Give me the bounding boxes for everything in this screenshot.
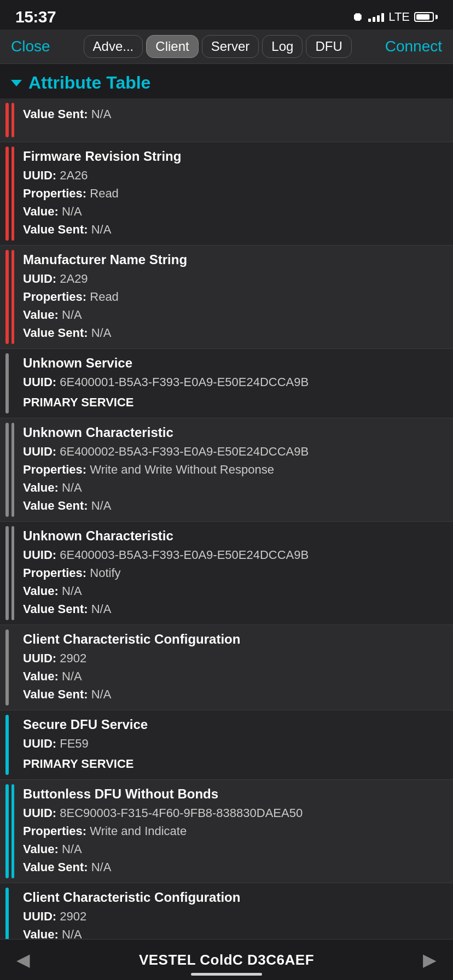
list-item[interactable]: Manufacturer Name StringUUID: 2A29Proper… [0,246,453,349]
attr-name: Firmware Revision String [23,149,444,164]
attr-content: Unknown CharacteristicUUID: 6E400002-B5A… [20,418,453,521]
attr-line: Properties: Write and Write Without Resp… [23,460,444,479]
attr-line: Value: N/A [23,306,444,324]
attr-line: UUID: 8EC90003-F315-4F60-9FB8-838830DAEA… [23,804,444,822]
attr-line: Properties: Read [23,184,444,202]
attr-line: Value Sent: N/A [23,105,444,123]
attr-line: UUID: 6E400001-B5A3-F393-E0A9-E50E24DCCA… [23,373,444,391]
attr-content: Firmware Revision StringUUID: 2A26Proper… [20,142,453,245]
attr-line: Value: N/A [23,667,444,685]
attr-line: Value: N/A [23,840,444,858]
list-item[interactable]: Buttonless DFU Without BondsUUID: 8EC900… [0,780,453,883]
next-button[interactable]: ▶ [423,949,437,970]
color-bars [0,625,20,710]
attr-name: Manufacturer Name String [23,252,444,267]
home-indicator [191,973,262,976]
attr-line: UUID: 2A29 [23,270,444,288]
attr-content: Value Sent: N/A [20,98,453,142]
attr-name: Unknown Characteristic [23,425,444,440]
color-bars [0,522,20,625]
attr-content: Manufacturer Name StringUUID: 2A29Proper… [20,246,453,348]
attr-line: UUID: 2902 [23,649,444,667]
attr-line: Properties: Notify [23,564,444,582]
section-header[interactable]: Attribute Table [0,64,453,98]
attr-name: Buttonless DFU Without Bonds [23,786,444,802]
attr-name: Unknown Characteristic [23,528,444,544]
attr-line: Value Sent: N/A [23,600,444,618]
nav-bar: Close Adve... Client Server Log DFU Conn… [0,30,453,64]
list-item[interactable]: Value Sent: N/A [0,98,453,142]
status-bar: 15:37 ⏺ LTE [0,0,453,30]
list-item[interactable]: Secure DFU ServiceUUID: FE59PRIMARY SERV… [0,710,453,780]
device-name: VESTEL ColdC D3C6AEF [139,952,314,969]
attr-name: Unknown Service [23,355,444,371]
status-time: 15:37 [15,8,56,26]
attr-line: UUID: 6E400002-B5A3-F393-E0A9-E50E24DCCA… [23,442,444,460]
color-bars [0,710,20,779]
attr-line: Value Sent: N/A [23,858,444,876]
color-bars [0,418,20,521]
chevron-down-icon [11,80,22,86]
section-title: Attribute Table [28,73,150,93]
attr-content: Buttonless DFU Without BondsUUID: 8EC900… [20,780,453,883]
prev-button[interactable]: ◀ [16,949,30,970]
attr-line: UUID: 2902 [23,907,444,925]
list-item[interactable]: Firmware Revision StringUUID: 2A26Proper… [0,142,453,246]
attr-line: Value: N/A [23,582,444,600]
tab-dfu[interactable]: DFU [306,35,351,58]
attr-line: UUID: 2A26 [23,166,444,184]
list-item[interactable]: Unknown CharacteristicUUID: 6E400002-B5A… [0,418,453,522]
color-bars [0,98,20,142]
attr-content: Client Characteristic ConfigurationUUID:… [20,625,453,710]
attr-line: Value Sent: N/A [23,497,444,515]
attr-name: Client Characteristic Configuration [23,890,444,905]
tab-adve[interactable]: Adve... [84,35,143,58]
attr-line: Value Sent: N/A [23,685,444,703]
list-item[interactable]: Client Characteristic ConfigurationUUID:… [0,625,453,710]
attr-line: UUID: 6E400003-B5A3-F393-E0A9-E50E24DCCA… [23,546,444,564]
attr-primary-service: PRIMARY SERVICE [23,755,444,773]
attribute-list: Value Sent: N/AFirmware Revision StringU… [0,98,453,980]
color-bars [0,142,20,245]
attr-content: Secure DFU ServiceUUID: FE59PRIMARY SERV… [20,710,453,779]
attr-line: Value Sent: N/A [23,324,444,342]
connect-button[interactable]: Connect [385,38,442,55]
tab-server[interactable]: Server [202,35,259,58]
attr-line: UUID: FE59 [23,734,444,752]
lte-label: LTE [388,10,410,24]
attr-name: Client Characteristic Configuration [23,632,444,647]
color-bars [0,780,20,883]
attr-content: Unknown CharacteristicUUID: 6E400003-B5A… [20,522,453,625]
tab-log[interactable]: Log [262,35,303,58]
nav-tabs: Adve... Client Server Log DFU [84,35,352,58]
record-icon: ⏺ [352,10,364,24]
attr-line: Value: N/A [23,202,444,220]
tab-client[interactable]: Client [146,35,198,58]
attr-line: Value Sent: N/A [23,220,444,238]
attr-line: Properties: Write and Indicate [23,822,444,840]
status-icons: ⏺ LTE [352,10,438,24]
close-button[interactable]: Close [11,38,50,55]
attr-content: Unknown ServiceUUID: 6E400001-B5A3-F393-… [20,349,453,418]
color-bars [0,349,20,418]
attr-primary-service: PRIMARY SERVICE [23,393,444,411]
attr-line: Properties: Read [23,288,444,306]
attr-name: Secure DFU Service [23,717,444,732]
battery-icon [414,12,438,22]
attr-line: Value: N/A [23,479,444,497]
list-item[interactable]: Unknown ServiceUUID: 6E400001-B5A3-F393-… [0,349,453,418]
signal-icon [368,12,384,22]
list-item[interactable]: Unknown CharacteristicUUID: 6E400003-B5A… [0,522,453,625]
color-bars [0,246,20,348]
